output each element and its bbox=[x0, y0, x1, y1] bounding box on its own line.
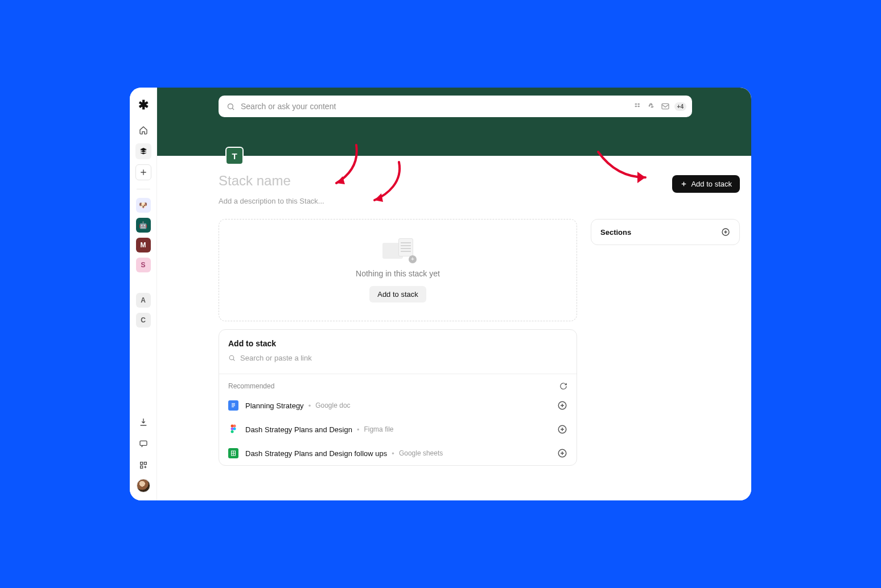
svg-rect-9 bbox=[232, 404, 235, 405]
add-panel-search-input[interactable] bbox=[240, 354, 567, 362]
add-panel-title: Add to stack bbox=[228, 339, 567, 348]
search-bar[interactable]: +4 bbox=[219, 96, 692, 117]
stack-description-input[interactable] bbox=[219, 197, 446, 205]
recommended-item-type: Google doc bbox=[315, 401, 350, 409]
recommended-item-type: Google sheets bbox=[399, 449, 443, 457]
workspace-tile-4[interactable]: S bbox=[136, 258, 151, 272]
recommended-item-type: Figma file bbox=[364, 425, 393, 433]
add-to-stack-button[interactable]: Add to stack bbox=[672, 175, 740, 193]
svg-rect-10 bbox=[232, 405, 235, 406]
main-area: +4 T Add to stack bbox=[157, 88, 751, 500]
gmail-icon[interactable] bbox=[661, 102, 670, 111]
search-icon bbox=[227, 102, 235, 111]
workspace-tile-a[interactable]: A bbox=[136, 293, 151, 308]
svg-rect-1 bbox=[140, 462, 142, 465]
svg-point-14 bbox=[233, 425, 236, 428]
svg-rect-11 bbox=[232, 407, 234, 407]
svg-rect-2 bbox=[144, 462, 146, 465]
chat-icon[interactable] bbox=[135, 436, 151, 452]
add-to-stack-panel: Add to stack Recommended bbox=[219, 329, 577, 466]
recommended-label: Recommended bbox=[228, 382, 274, 390]
stack-name-input[interactable] bbox=[219, 173, 389, 189]
apps-icon[interactable] bbox=[135, 457, 151, 473]
recommended-item-title: Dash Strategy Plans and Design follow up… bbox=[245, 449, 387, 458]
google-drive-icon[interactable] bbox=[647, 102, 656, 111]
empty-add-button[interactable]: Add to stack bbox=[369, 286, 426, 303]
empty-state-text: Nothing in this stack yet bbox=[356, 269, 440, 278]
header-banner: +4 bbox=[157, 88, 751, 156]
google-doc-icon bbox=[228, 400, 238, 411]
stack-avatar[interactable]: T bbox=[225, 147, 244, 165]
recommended-item[interactable]: Dash Strategy Plans and Design follow up… bbox=[219, 441, 577, 465]
download-icon[interactable] bbox=[135, 414, 151, 430]
recommended-item[interactable]: Dash Strategy Plans and Design • Figma f… bbox=[219, 417, 577, 441]
workspace-tile-c[interactable]: C bbox=[136, 313, 151, 328]
stacks-icon[interactable] bbox=[135, 143, 151, 159]
user-avatar[interactable] bbox=[137, 479, 150, 492]
workspace-tile-1[interactable]: 🐶 bbox=[136, 198, 151, 213]
add-section-icon[interactable] bbox=[721, 227, 730, 237]
plus-icon bbox=[680, 180, 687, 188]
add-to-stack-label: Add to stack bbox=[691, 180, 732, 188]
search-icon bbox=[228, 354, 236, 362]
app-logo-icon: ✱ bbox=[138, 98, 149, 113]
sidebar: ✱ 🐶 🤖 M S A C bbox=[130, 88, 157, 500]
empty-illustration-icon: + bbox=[382, 238, 413, 261]
svg-rect-3 bbox=[140, 466, 142, 468]
sections-card: Sections bbox=[591, 219, 740, 245]
home-icon[interactable] bbox=[135, 122, 151, 138]
more-integrations-badge[interactable]: +4 bbox=[674, 102, 686, 111]
app-window: ✱ 🐶 🤖 M S A C bbox=[130, 88, 751, 500]
svg-rect-5 bbox=[662, 103, 669, 109]
recommended-item-title: Planning Strategy bbox=[245, 401, 304, 410]
add-item-icon[interactable] bbox=[557, 448, 567, 458]
svg-rect-0 bbox=[140, 441, 147, 445]
empty-stack-panel: + Nothing in this stack yet Add to stack bbox=[219, 219, 577, 321]
workspace-tile-2[interactable]: 🤖 bbox=[136, 218, 151, 233]
add-item-icon[interactable] bbox=[557, 400, 567, 411]
svg-point-4 bbox=[228, 103, 233, 109]
add-item-icon[interactable] bbox=[557, 424, 567, 434]
recommended-item[interactable]: Planning Strategy • Google doc bbox=[219, 394, 577, 417]
svg-rect-8 bbox=[232, 403, 235, 404]
svg-point-17 bbox=[231, 430, 234, 433]
sidebar-divider bbox=[137, 189, 150, 189]
new-item-button[interactable] bbox=[135, 164, 151, 180]
figma-icon bbox=[228, 424, 238, 434]
svg-point-6 bbox=[229, 355, 234, 360]
recommended-item-title: Dash Strategy Plans and Design bbox=[245, 425, 352, 434]
dropbox-icon[interactable] bbox=[633, 102, 643, 111]
content-wrap: T Add to stack + bbox=[157, 156, 751, 477]
workspace-tile-3[interactable]: M bbox=[136, 238, 151, 252]
refresh-icon[interactable] bbox=[559, 382, 567, 390]
google-sheets-icon bbox=[228, 448, 238, 458]
svg-point-16 bbox=[233, 428, 236, 430]
sections-title: Sections bbox=[600, 228, 631, 237]
search-input[interactable] bbox=[241, 102, 628, 111]
